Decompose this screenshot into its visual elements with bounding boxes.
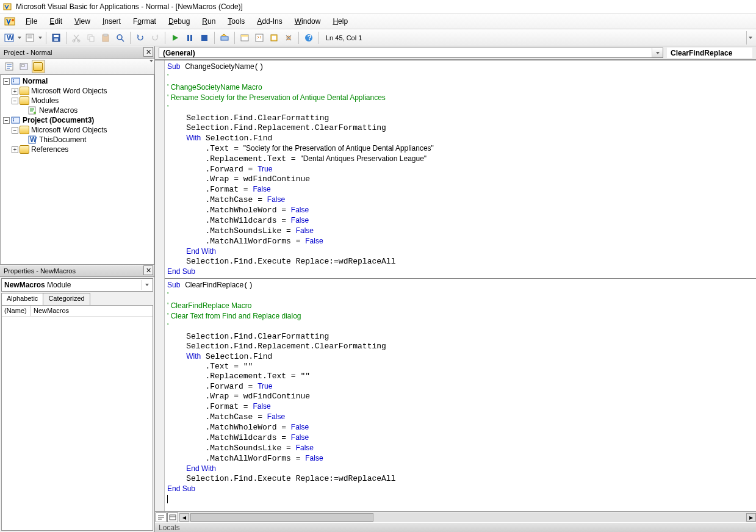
- menu-view[interactable]: View: [70, 15, 95, 28]
- toggle-folders-button[interactable]: [32, 60, 45, 73]
- tree-item-refs[interactable]: +References: [1, 145, 154, 154]
- menu-tools[interactable]: Tools: [223, 15, 250, 28]
- property-row[interactable]: (Name) NewMacros: [2, 306, 153, 317]
- combo-object-name: NewMacros: [4, 281, 45, 289]
- save-button[interactable]: [49, 31, 63, 45]
- menu-file[interactable]: File: [21, 15, 42, 28]
- menu-window[interactable]: Window: [290, 15, 326, 28]
- svg-point-39: [13, 79, 14, 81]
- separator: [298, 32, 299, 44]
- project-tree[interactable]: −Normal +Microsoft Word Objects −Modules…: [0, 74, 154, 265]
- properties-tabs: Alphabetic Categorized: [1, 293, 153, 305]
- tree-item-mwo1[interactable]: +Microsoft Word Objects: [1, 86, 154, 96]
- svg-rect-38: [12, 78, 20, 84]
- menu-format[interactable]: Format: [128, 15, 161, 28]
- project-icon: [11, 116, 21, 124]
- project-pane-close-button[interactable]: ✕: [143, 47, 153, 57]
- toolbox-button[interactable]: [282, 31, 295, 45]
- tree-item-mwo2[interactable]: −Microsoft Word Objects: [1, 125, 154, 135]
- tab-alphabetic[interactable]: Alphabetic: [1, 293, 43, 305]
- break-button[interactable]: [183, 31, 196, 45]
- run-button[interactable]: [168, 31, 182, 45]
- find-button[interactable]: [113, 31, 127, 45]
- scroll-left-icon[interactable]: ◂: [179, 513, 189, 522]
- folder-icon: [20, 96, 29, 105]
- tab-categorized[interactable]: Categorized: [43, 293, 90, 305]
- tree-item-newmacros[interactable]: NewMacros: [1, 106, 154, 115]
- insert-button[interactable]: [23, 31, 37, 45]
- procedure-dropdown[interactable]: ClearFindReplace: [667, 48, 752, 58]
- scrollbar-thumb[interactable]: [190, 513, 373, 522]
- design-mode-button[interactable]: [218, 31, 231, 45]
- svg-text:W: W: [7, 34, 14, 42]
- svg-point-44: [13, 118, 14, 120]
- cut-button[interactable]: [70, 31, 83, 45]
- svg-rect-14: [90, 37, 94, 41]
- menu-edit[interactable]: Edit: [45, 15, 67, 28]
- code-editor[interactable]: Sub ChangeSocietyName() ' ' ChangeSociet…: [165, 60, 756, 511]
- undo-button[interactable]: [134, 31, 147, 45]
- chevron-down-icon[interactable]: [142, 280, 151, 290]
- svg-point-2: [12, 19, 14, 21]
- properties-button[interactable]: [253, 31, 266, 45]
- separator: [130, 32, 131, 44]
- tree-item-project[interactable]: −Project (Document3): [1, 115, 154, 125]
- redo-button[interactable]: [148, 31, 162, 45]
- project-pane-header: Project - Normal ✕: [0, 46, 154, 59]
- tree-item-normal[interactable]: −Normal: [1, 76, 154, 86]
- menu-addins[interactable]: Add-Ins: [252, 15, 287, 28]
- properties-grid[interactable]: (Name) NewMacros: [1, 305, 153, 531]
- toolbar-overflow-icon[interactable]: [746, 31, 754, 45]
- object-dropdown-value: (General): [163, 49, 195, 57]
- view-word-button[interactable]: W: [2, 31, 16, 45]
- separator: [234, 32, 235, 44]
- view-object-button[interactable]: [17, 60, 31, 73]
- full-module-view-button[interactable]: [167, 512, 178, 522]
- view-code-button[interactable]: [2, 60, 16, 73]
- scroll-right-icon[interactable]: ▸: [746, 513, 756, 522]
- tree-item-thisdoc[interactable]: WThisDocument: [1, 135, 154, 145]
- svg-rect-28: [272, 36, 276, 40]
- menu-run[interactable]: Run: [197, 15, 220, 28]
- main-toolbar: W ? Ln 45, Col 1: [0, 29, 756, 46]
- copy-button[interactable]: [84, 31, 98, 45]
- horizontal-scrollbar[interactable]: ◂ ▸: [179, 512, 756, 522]
- svg-rect-25: [241, 35, 248, 37]
- properties-pane-title: Properties - NewMacros: [4, 267, 76, 275]
- separator: [66, 32, 67, 44]
- properties-object-combo[interactable]: NewMacros Module: [1, 278, 153, 292]
- project-explorer-button[interactable]: [238, 31, 251, 45]
- code-margin[interactable]: [155, 60, 165, 511]
- menu-help[interactable]: Help: [328, 15, 353, 28]
- svg-rect-51: [170, 515, 176, 520]
- svg-rect-43: [12, 117, 20, 123]
- paste-button[interactable]: [99, 31, 112, 45]
- properties-pane-close-button[interactable]: ✕: [143, 265, 153, 275]
- menu-debug[interactable]: Debug: [164, 15, 195, 28]
- procedure-view-button[interactable]: [156, 512, 167, 522]
- titlebar: Microsoft Visual Basic for Applications …: [0, 0, 756, 13]
- properties-pane: Properties - NewMacros ✕ NewMacros Modul…: [0, 265, 154, 532]
- svg-rect-16: [104, 34, 107, 36]
- dropdown-arrow-icon[interactable]: [38, 37, 43, 39]
- reset-button[interactable]: [198, 31, 211, 45]
- locals-pane-header[interactable]: Locals: [155, 522, 756, 532]
- property-name: (Name): [2, 306, 31, 316]
- folder-icon: [20, 87, 29, 95]
- vba-app-icon: [2, 2, 12, 12]
- svg-text:W: W: [30, 135, 37, 144]
- help-button[interactable]: ?: [302, 31, 315, 45]
- property-value[interactable]: NewMacros: [31, 306, 153, 316]
- svg-rect-22: [201, 35, 207, 41]
- menu-insert[interactable]: Insert: [98, 15, 126, 28]
- cursor-position: Ln 45, Col 1: [326, 34, 362, 41]
- object-browser-button[interactable]: [267, 31, 281, 45]
- svg-line-18: [121, 39, 124, 41]
- toolbar-overflow-icon[interactable]: [149, 62, 153, 71]
- dropdown-arrow-icon[interactable]: [17, 37, 22, 39]
- tree-item-modules[interactable]: −Modules: [1, 96, 154, 106]
- svg-rect-10: [54, 38, 58, 41]
- object-dropdown[interactable]: (General): [159, 48, 663, 58]
- chevron-down-icon[interactable]: [652, 48, 663, 57]
- svg-rect-37: [21, 65, 24, 66]
